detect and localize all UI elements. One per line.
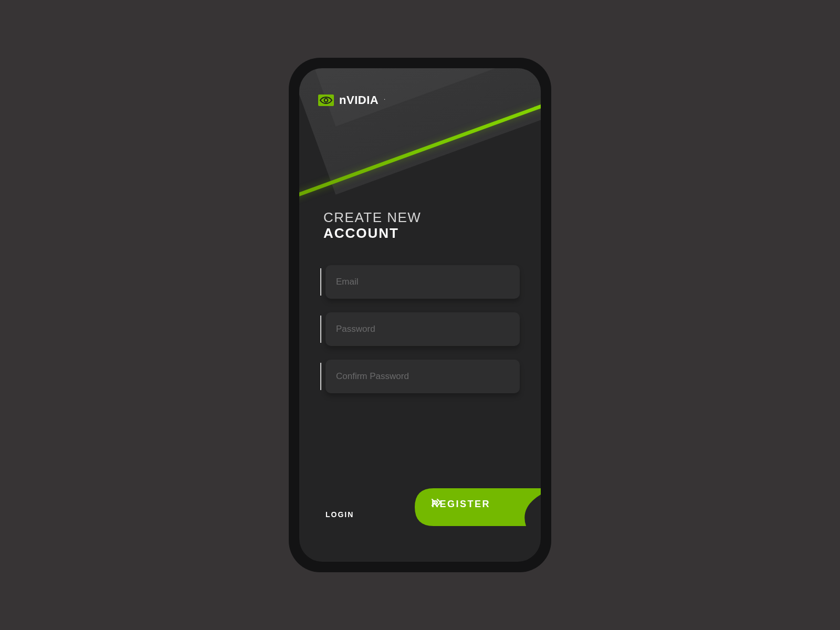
register-form bbox=[320, 265, 520, 407]
phone-frame: nVIDIA . CREATE NEW ACCOUNT bbox=[289, 58, 551, 572]
register-button[interactable]: REGISTER bbox=[415, 476, 541, 539]
action-row: LOGIN REGISTER bbox=[299, 495, 541, 539]
phone-screen: nVIDIA . CREATE NEW ACCOUNT bbox=[299, 68, 541, 562]
email-field-wrap bbox=[320, 265, 520, 299]
register-button-label-wrap: REGISTER bbox=[432, 499, 498, 510]
confirm-password-field[interactable] bbox=[326, 360, 520, 393]
brand-trademark-dot: . bbox=[384, 95, 385, 101]
field-accent-bar bbox=[320, 268, 321, 296]
password-field-wrap bbox=[320, 312, 520, 346]
page-title-line1: CREATE NEW bbox=[323, 209, 421, 225]
field-accent-bar bbox=[320, 316, 321, 343]
page-title: CREATE NEW ACCOUNT bbox=[323, 210, 421, 242]
canvas: nVIDIA . CREATE NEW ACCOUNT bbox=[0, 0, 840, 630]
login-link[interactable]: LOGIN bbox=[326, 510, 354, 519]
field-accent-bar bbox=[320, 363, 321, 390]
brand-name-text: VIDIA bbox=[346, 93, 379, 107]
page-title-line2: ACCOUNT bbox=[323, 226, 421, 242]
nvidia-eye-icon bbox=[318, 94, 334, 106]
brand-logo: nVIDIA . bbox=[318, 93, 385, 107]
password-field[interactable] bbox=[326, 312, 520, 346]
confirm-password-field-wrap bbox=[320, 360, 520, 393]
brand-wordmark: nVIDIA bbox=[339, 93, 379, 107]
email-field[interactable] bbox=[326, 265, 520, 299]
